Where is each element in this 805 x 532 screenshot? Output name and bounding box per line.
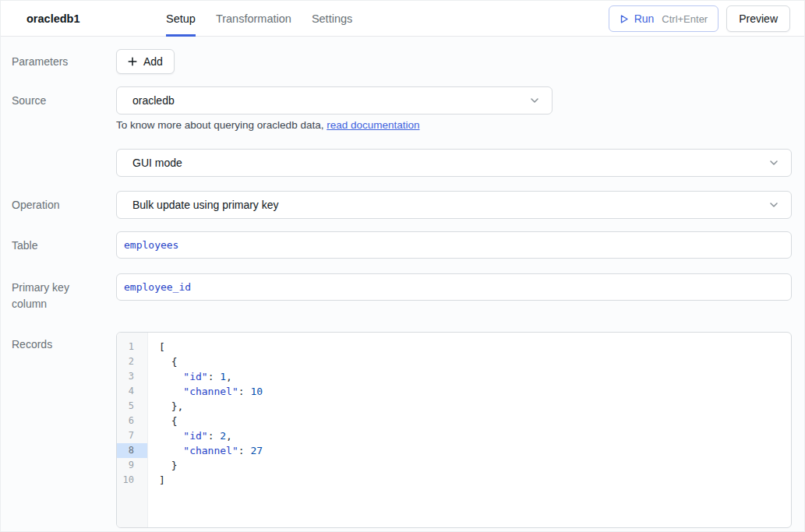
- code-line[interactable]: "channel": 10: [159, 384, 791, 399]
- table-input-value: employees: [124, 239, 178, 251]
- records-editor[interactable]: 12345678910 [ { "id": 1, "channel": 10 }…: [116, 332, 792, 528]
- query-title: oracledb1: [26, 1, 80, 37]
- source-help-prefix: To know more about querying oracledb dat…: [116, 119, 327, 131]
- line-number: 2: [117, 354, 147, 369]
- editor-gutter: 12345678910: [117, 333, 148, 527]
- chevron-down-icon: [528, 94, 541, 107]
- source-row: Source oracledb: [12, 86, 804, 115]
- line-number: 9: [117, 458, 147, 473]
- setup-form: Parameters Add Source oracledb: [1, 49, 804, 528]
- code-line[interactable]: "id": 2,: [159, 428, 791, 443]
- operation-label: Operation: [12, 191, 116, 219]
- code-line[interactable]: "channel": 27: [159, 443, 791, 458]
- line-number: 8: [117, 443, 147, 458]
- parameters-label: Parameters: [12, 49, 116, 74]
- tab-settings[interactable]: Settings: [312, 1, 352, 37]
- query-header: oracledb1 SetupTransformationSettings Ru…: [1, 1, 804, 37]
- chevron-down-icon: [768, 157, 780, 169]
- source-label: Source: [12, 86, 116, 115]
- run-button[interactable]: Run Ctrl+Enter: [609, 5, 719, 32]
- line-number: 10: [117, 473, 147, 488]
- tab-transformation[interactable]: Transformation: [216, 1, 291, 37]
- preview-button[interactable]: Preview: [726, 5, 790, 32]
- add-parameter-button[interactable]: Add: [116, 49, 175, 74]
- code-line[interactable]: [: [159, 340, 791, 354]
- operation-select-value: Bulk update using primary key: [132, 199, 768, 211]
- line-number: 1: [117, 340, 147, 354]
- line-number: 7: [117, 428, 147, 443]
- line-number: 4: [117, 384, 147, 399]
- run-label: Run: [634, 12, 655, 25]
- table-input[interactable]: employees: [116, 231, 792, 259]
- editor-code[interactable]: [ { "id": 1, "channel": 10 }, { "id": 2,…: [148, 333, 791, 527]
- line-number: 3: [117, 369, 147, 384]
- records-label: Records: [12, 332, 116, 528]
- line-number: 6: [117, 414, 147, 428]
- chevron-down-icon: [768, 199, 780, 211]
- mode-select-value: GUI mode: [132, 157, 768, 169]
- code-line[interactable]: }: [159, 458, 791, 473]
- operation-row: Operation Bulk update using primary key: [12, 191, 804, 219]
- primary-key-label: Primary key column: [12, 273, 116, 312]
- records-row: Records 12345678910 [ { "id": 1, "channe…: [12, 332, 804, 528]
- table-row: Table employees: [12, 231, 804, 259]
- code-line[interactable]: "id": 1,: [159, 369, 791, 384]
- plus-icon: [128, 57, 137, 66]
- read-documentation-link[interactable]: read documentation: [327, 119, 419, 131]
- operation-select[interactable]: Bulk update using primary key: [116, 191, 792, 219]
- run-shortcut: Ctrl+Enter: [662, 13, 708, 25]
- code-line[interactable]: },: [159, 399, 791, 414]
- line-number: 5: [117, 399, 147, 414]
- code-line[interactable]: {: [159, 414, 791, 428]
- primary-key-input[interactable]: employee_id: [116, 273, 792, 301]
- table-label: Table: [12, 231, 116, 259]
- primary-key-row: Primary key column employee_id: [12, 273, 804, 312]
- query-editor-panel: oracledb1 SetupTransformationSettings Ru…: [0, 0, 805, 532]
- code-line[interactable]: ]: [159, 473, 791, 488]
- tab-setup[interactable]: Setup: [166, 1, 196, 37]
- source-select[interactable]: oracledb: [116, 86, 553, 115]
- add-parameter-label: Add: [143, 55, 163, 68]
- mode-select[interactable]: GUI mode: [116, 149, 792, 177]
- header-actions: Run Ctrl+Enter Preview: [609, 1, 790, 37]
- source-help-text: To know more about querying oracledb dat…: [116, 118, 792, 132]
- primary-key-input-value: employee_id: [124, 281, 191, 293]
- tab-bar: SetupTransformationSettings: [166, 1, 352, 37]
- parameters-row: Parameters Add: [12, 49, 804, 74]
- source-help-row: To know more about querying oracledb dat…: [12, 118, 804, 132]
- mode-row: GUI mode: [12, 149, 804, 177]
- source-select-value: oracledb: [132, 94, 528, 107]
- play-icon: [620, 14, 629, 24]
- code-line[interactable]: {: [159, 354, 791, 369]
